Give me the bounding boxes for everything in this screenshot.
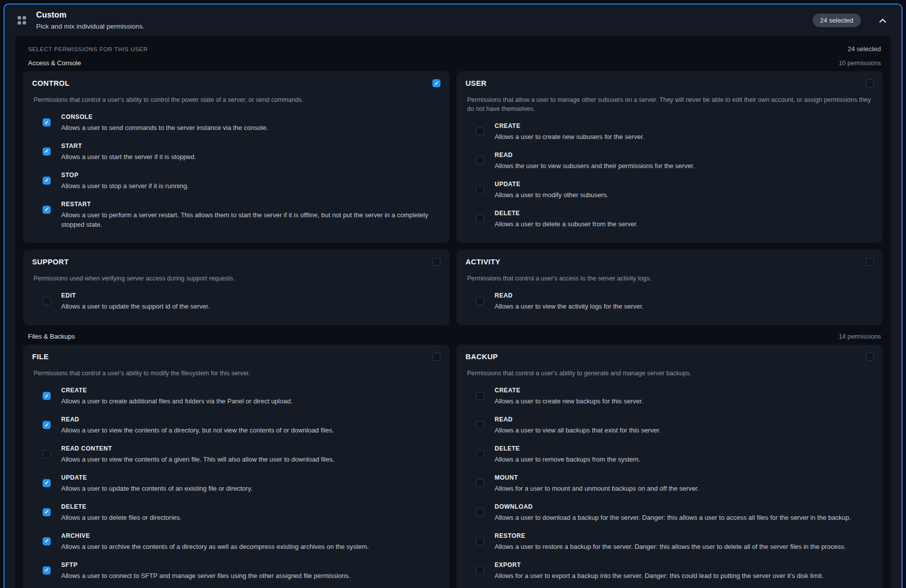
permission-item: CREATE Allows a user to create new backu… — [466, 382, 874, 411]
cards-grid-files-backups: FILE Permissions that control a user's a… — [23, 345, 883, 588]
permission-label: DELETE — [495, 210, 638, 217]
card-items: CREATE Allows a user to create new backu… — [466, 382, 874, 585]
permission-card-support: SUPPORT Permissions used when verifying … — [23, 250, 449, 325]
checkbox-backup-create[interactable] — [476, 392, 484, 400]
checkbox-file-update[interactable]: ✓ — [43, 479, 51, 487]
cards-grid-access-console: CONTROL ✓ Permissions that control a use… — [23, 71, 883, 325]
checkbox-file-create[interactable]: ✓ — [43, 392, 51, 400]
permission-label: EDIT — [61, 292, 210, 299]
checkbox-control-stop[interactable]: ✓ — [43, 177, 51, 185]
checkbox-user-read[interactable] — [476, 157, 484, 165]
permission-item: ✓ ARCHIVE Allows a user to archive the c… — [32, 527, 440, 556]
checkbox-control[interactable]: ✓ — [432, 79, 440, 87]
checkbox-file-sftp[interactable]: ✓ — [43, 566, 51, 574]
card-description: Permissions that allow a user to manage … — [466, 95, 874, 113]
chevron-up-icon[interactable] — [879, 18, 886, 23]
card-header: ACTIVITY — [466, 258, 874, 266]
permission-item: ✓ CONSOLE Allows a user to send commands… — [32, 108, 440, 137]
card-items: CREATE Allows a user to create new subus… — [466, 117, 874, 233]
permission-item: ✓ START Allows a user to start the serve… — [32, 137, 440, 167]
checkbox-backup-delete[interactable] — [476, 450, 484, 458]
checkbox-user-update[interactable] — [476, 186, 484, 194]
card-title: BACKUP — [466, 353, 498, 361]
permission-description: Allows a user to start the server if it … — [61, 153, 196, 162]
checkbox-file-read-content[interactable] — [43, 450, 51, 458]
card-items: READ Allows a user to view the activity … — [466, 287, 874, 316]
card-description: Permissions used when verifying server a… — [32, 274, 440, 283]
checkbox-support-edit[interactable] — [43, 297, 51, 305]
checkbox-control-start[interactable]: ✓ — [43, 148, 51, 156]
permission-description: Allows a user to connect to SFTP and man… — [61, 571, 350, 581]
checkbox-activity-read[interactable] — [476, 297, 484, 305]
permission-description: Allows a user to archive the contents of… — [61, 542, 369, 552]
checkbox-user-create[interactable] — [476, 127, 484, 135]
permission-description: Allows a user to delete files or directo… — [61, 513, 182, 523]
permissions-panel: SELECT PERMISSIONS FOR THIS USER 24 sele… — [15, 36, 891, 588]
card-header: BACKUP — [466, 353, 874, 361]
checkbox-support[interactable] — [432, 258, 440, 266]
checkbox-activity[interactable] — [866, 258, 874, 266]
custom-permissions-card: Custom Pick and mix individual permissio… — [4, 4, 902, 588]
permission-label: DELETE — [61, 503, 182, 510]
permission-description: Allows a user to perform a server restar… — [61, 211, 437, 230]
permission-description: Allows a user to view the activity logs … — [495, 302, 644, 312]
checkbox-backup-read[interactable] — [476, 421, 484, 429]
permission-item: READ Allows a user to view the activity … — [466, 287, 874, 316]
page-subtitle: Pick and mix individual permissions. — [36, 23, 803, 30]
permission-card-user: USER Permissions that allow a user to ma… — [457, 71, 883, 243]
checkbox-file-archive[interactable]: ✓ — [43, 537, 51, 545]
permission-label: EXPORT — [495, 561, 824, 568]
checkbox-backup-restore[interactable] — [476, 537, 484, 545]
permission-label: SFTP — [61, 561, 350, 568]
selected-count-badge: 24 selected — [813, 14, 861, 27]
permission-description: Allows a user to remove backups from the… — [495, 455, 640, 465]
card-header: CONTROL ✓ — [32, 79, 440, 87]
card-items: ✓ CONSOLE Allows a user to send commands… — [32, 108, 440, 234]
permission-card-file: FILE Permissions that control a user's a… — [23, 345, 449, 588]
checkbox-backup-download[interactable] — [476, 508, 484, 516]
permission-description: Allows a user to restore a backup for th… — [495, 542, 846, 552]
checkbox-control-restart[interactable]: ✓ — [43, 206, 51, 214]
permission-label: RESTART — [61, 201, 437, 208]
checkbox-user[interactable] — [866, 79, 874, 87]
permission-card-backup: BACKUP Permissions that control a user's… — [457, 345, 883, 588]
select-permissions-row: SELECT PERMISSIONS FOR THIS USER 24 sele… — [23, 42, 883, 55]
permission-item: EXPORT Allows for a user to export a bac… — [466, 556, 874, 585]
permission-label: CREATE — [61, 387, 292, 394]
card-description: Permissions that control a user's abilit… — [32, 369, 440, 378]
group-title: Access & Console — [28, 59, 81, 67]
permission-label: READ — [495, 152, 695, 159]
permission-group-row: Files & Backups 14 permissions — [23, 328, 883, 345]
permission-item: READ Allows the user to view subusers an… — [466, 146, 874, 176]
permission-label: READ — [495, 292, 644, 299]
checkbox-user-delete[interactable] — [476, 215, 484, 223]
permission-label: STOP — [61, 172, 189, 179]
checkbox-backup-export[interactable] — [476, 566, 484, 574]
permission-label: START — [61, 142, 196, 150]
permission-item: ✓ SFTP Allows a user to connect to SFTP … — [32, 556, 440, 585]
card-title: SUPPORT — [32, 258, 69, 266]
permission-label: DOWNLOAD — [495, 503, 851, 510]
permission-label: UPDATE — [61, 474, 252, 481]
permission-description: Allows a user to view the contents of a … — [61, 426, 334, 435]
card-header: USER — [466, 79, 874, 87]
group-permission-count: 10 permissions — [839, 60, 881, 67]
permission-description: Allows a user to view all backups that e… — [495, 426, 661, 435]
checkbox-file-read[interactable]: ✓ — [43, 421, 51, 429]
permission-item: READ Allows a user to view all backups t… — [466, 411, 874, 440]
checkbox-file-delete[interactable]: ✓ — [43, 508, 51, 516]
panel-header[interactable]: Custom Pick and mix individual permissio… — [5, 5, 901, 36]
card-title: ACTIVITY — [466, 258, 500, 266]
checkbox-backup-mount[interactable] — [476, 479, 484, 487]
permission-item: EDIT Allows a user to update the support… — [32, 287, 440, 316]
permission-description: Allows the user to view subusers and the… — [495, 162, 695, 171]
card-title: CONTROL — [32, 79, 70, 87]
checkbox-control-console[interactable]: ✓ — [43, 118, 51, 126]
permission-label: CREATE — [495, 387, 643, 394]
permission-label: RESTORE — [495, 532, 846, 539]
permission-item: ✓ STOP Allows a user to stop a server if… — [32, 167, 440, 196]
permission-item: MOUNT Allows for a user to mount and unm… — [466, 469, 874, 498]
permission-label: UPDATE — [495, 181, 609, 188]
checkbox-file[interactable] — [432, 353, 440, 361]
checkbox-backup[interactable] — [866, 353, 874, 361]
